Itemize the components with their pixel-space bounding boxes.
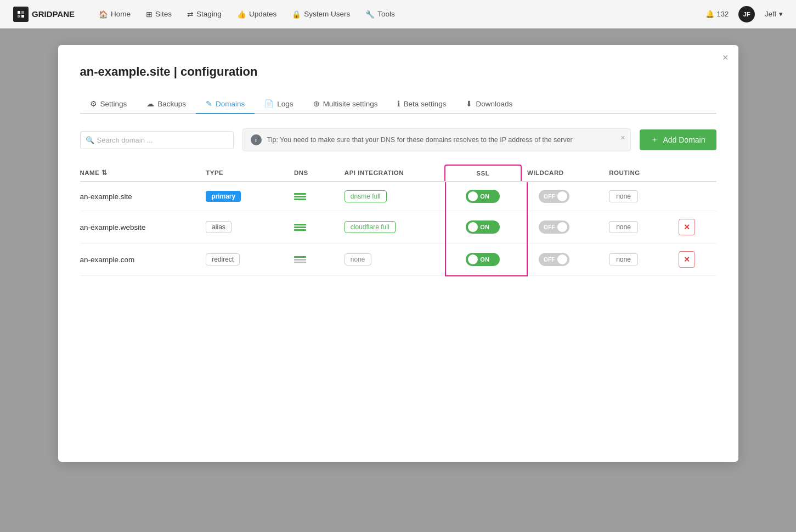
toggle-off-label: OFF: [544, 194, 555, 200]
domain-name-3: an-example.com: [80, 244, 206, 276]
system-users-icon: 🔒: [292, 10, 301, 19]
notification-count: 132: [717, 10, 729, 18]
beta-tab-icon: ℹ: [397, 99, 400, 108]
nav-home[interactable]: 🏠 Home: [99, 10, 131, 19]
add-domain-button[interactable]: ＋ Add Domain: [640, 129, 716, 150]
nav-system-users-label: System Users: [304, 10, 350, 18]
controls-row: 🔍 i Tip: You need to make sure that your…: [80, 128, 716, 151]
add-domain-label: Add Domain: [663, 135, 705, 144]
domain-routing-2: none: [609, 211, 678, 244]
toggle-knob: [557, 254, 567, 264]
toggle-knob: [557, 191, 567, 201]
domain-ssl-3: ON: [445, 244, 527, 276]
domain-type-3: redirect: [206, 244, 294, 276]
wildcard-toggle-1[interactable]: OFF: [539, 190, 569, 203]
domain-routing-3: none: [609, 244, 678, 276]
tab-settings[interactable]: ⚙ Settings: [80, 94, 137, 114]
tab-downloads[interactable]: ⬇ Downloads: [456, 94, 522, 114]
tip-close-button[interactable]: ×: [620, 133, 625, 142]
user-menu[interactable]: Jeff ▾: [765, 10, 783, 18]
routing-badge-1: none: [609, 190, 638, 202]
toggle-off-label: OFF: [544, 257, 555, 263]
col-routing: ROUTING: [609, 165, 678, 182]
notifications[interactable]: 🔔 132: [705, 10, 729, 18]
ssl-toggle-1[interactable]: ON: [466, 190, 500, 203]
nav-sites[interactable]: ⊞ Sites: [146, 10, 172, 19]
page-body: × an-example.site | configuration ⚙ Sett…: [0, 29, 796, 532]
nav-staging[interactable]: ⇄ Staging: [187, 10, 222, 19]
type-badge-redirect: redirect: [206, 253, 240, 265]
domain-dns-1: [294, 182, 345, 211]
delete-button-3[interactable]: ✕: [679, 251, 695, 268]
wildcard-toggle-2[interactable]: OFF: [539, 220, 569, 234]
tab-beta[interactable]: ℹ Beta settings: [387, 94, 456, 114]
top-navigation: GRIDPANE 🏠 Home ⊞ Sites ⇄ Staging 👍 Upda…: [0, 0, 796, 29]
type-badge-alias: alias: [206, 221, 232, 233]
nav-tools-label: Tools: [377, 10, 395, 18]
domains-tab-icon: ✎: [206, 99, 212, 108]
tip-box: i Tip: You need to make sure that your D…: [242, 128, 631, 151]
downloads-tab-icon: ⬇: [466, 99, 472, 108]
nav-updates[interactable]: 👍 Updates: [237, 10, 276, 19]
sites-icon: ⊞: [146, 10, 153, 19]
top-right-controls: 🔔 132 JF Jeff ▾: [705, 6, 783, 22]
toggle-label: ON: [480, 193, 489, 200]
ssl-toggle-2[interactable]: ON: [466, 220, 500, 234]
domain-action-3[interactable]: ✕: [679, 244, 716, 276]
toggle-knob: [468, 222, 478, 232]
nav-system-users[interactable]: 🔒 System Users: [292, 10, 350, 19]
tab-logs[interactable]: 📄 Logs: [255, 94, 303, 114]
modal-close-button[interactable]: ×: [722, 53, 729, 63]
ssl-toggle-3[interactable]: ON: [466, 253, 500, 266]
settings-tab-icon: ⚙: [90, 99, 97, 108]
table-wrapper: NAME ⇅ TYPE DNS API INTEGRATION SSL WILD…: [80, 165, 716, 276]
domain-type-1: primary: [206, 182, 294, 211]
domain-action-2[interactable]: ✕: [679, 211, 716, 244]
tab-domains[interactable]: ✎ Domains: [196, 94, 255, 114]
table-row: an-example.website alias c: [80, 211, 716, 244]
home-icon: 🏠: [99, 10, 108, 19]
bell-icon: 🔔: [705, 10, 714, 18]
api-badge-2: cloudflare full: [345, 221, 396, 233]
toggle-label: ON: [480, 256, 489, 263]
tab-beta-label: Beta settings: [403, 100, 446, 108]
domain-api-2: cloudflare full: [345, 211, 445, 244]
toggle-knob: [557, 222, 567, 232]
col-dns: DNS: [294, 165, 345, 182]
domain-ssl-2: ON: [445, 211, 527, 244]
tip-text: Tip: You need to make sure that your DNS…: [267, 136, 573, 144]
tabs: ⚙ Settings ☁ Backups ✎ Domains 📄 Logs ⊕ …: [80, 94, 716, 114]
backups-tab-icon: ☁: [146, 99, 154, 108]
domain-wildcard-3: OFF: [527, 244, 609, 276]
delete-button-2[interactable]: ✕: [679, 219, 695, 235]
search-input[interactable]: [80, 131, 234, 149]
logo-icon: [13, 7, 29, 22]
tab-downloads-label: Downloads: [476, 100, 512, 108]
logo[interactable]: GRIDPANE: [13, 7, 75, 22]
domain-ssl-1: ON: [445, 182, 527, 211]
domain-wildcard-1: OFF: [527, 182, 609, 211]
nav-tools[interactable]: 🔧 Tools: [365, 10, 395, 19]
search-wrap: 🔍: [80, 131, 234, 149]
modal: × an-example.site | configuration ⚙ Sett…: [58, 45, 738, 462]
domain-routing-1: none: [609, 182, 678, 211]
wildcard-toggle-3[interactable]: OFF: [539, 253, 569, 266]
dns-icon-full-1: [294, 193, 306, 200]
chevron-down-icon: ▾: [779, 10, 783, 18]
routing-badge-3: none: [609, 253, 638, 265]
api-badge-1: dnsme full: [345, 190, 387, 202]
nav-sites-label: Sites: [155, 10, 172, 18]
col-api: API INTEGRATION: [345, 165, 445, 182]
api-badge-3: none: [345, 253, 371, 265]
tab-backups[interactable]: ☁ Backups: [137, 94, 196, 114]
domain-api-1: dnsme full: [345, 182, 445, 211]
avatar-initials: JF: [743, 11, 750, 18]
tab-multisite[interactable]: ⊕ Multisite settings: [303, 94, 388, 114]
svg-rect-2: [18, 15, 20, 18]
toggle-knob: [468, 191, 478, 201]
tab-domains-label: Domains: [216, 100, 245, 108]
table-row: an-example.com redirect no: [80, 244, 716, 276]
svg-rect-1: [21, 11, 24, 14]
col-name[interactable]: NAME ⇅: [80, 165, 206, 182]
domain-name-2: an-example.website: [80, 211, 206, 244]
